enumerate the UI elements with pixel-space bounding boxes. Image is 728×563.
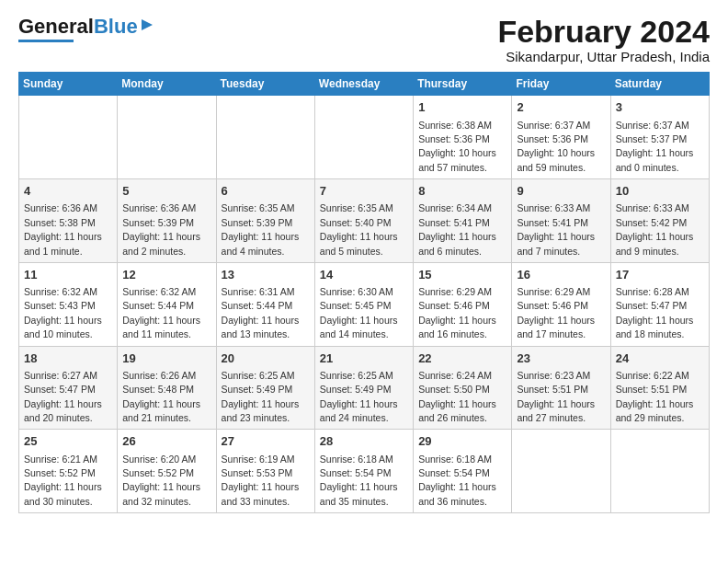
calendar-cell: 1Sunrise: 6:38 AM Sunset: 5:36 PM Daylig… bbox=[414, 96, 512, 179]
day-info: Sunrise: 6:34 AM Sunset: 5:41 PM Dayligh… bbox=[418, 202, 496, 256]
calendar-cell: 29Sunrise: 6:18 AM Sunset: 5:54 PM Dayli… bbox=[414, 430, 512, 513]
day-number: 7 bbox=[320, 183, 408, 200]
day-number: 21 bbox=[320, 350, 408, 367]
day-info: Sunrise: 6:33 AM Sunset: 5:42 PM Dayligh… bbox=[616, 202, 694, 256]
calendar-cell: 3Sunrise: 6:37 AM Sunset: 5:37 PM Daylig… bbox=[610, 96, 709, 179]
day-info: Sunrise: 6:28 AM Sunset: 5:47 PM Dayligh… bbox=[616, 286, 694, 339]
calendar-cell: 15Sunrise: 6:29 AM Sunset: 5:46 PM Dayli… bbox=[414, 262, 512, 346]
svg-marker-0 bbox=[142, 19, 153, 30]
calendar-cell: 27Sunrise: 6:19 AM Sunset: 5:53 PM Dayli… bbox=[216, 430, 314, 513]
calendar-cell: 2Sunrise: 6:37 AM Sunset: 5:36 PM Daylig… bbox=[512, 96, 610, 179]
calendar-body: 1Sunrise: 6:38 AM Sunset: 5:36 PM Daylig… bbox=[19, 96, 710, 513]
day-info: Sunrise: 6:38 AM Sunset: 5:36 PM Dayligh… bbox=[418, 120, 496, 173]
week-row-0: 1Sunrise: 6:38 AM Sunset: 5:36 PM Daylig… bbox=[19, 96, 710, 179]
calendar-cell: 21Sunrise: 6:25 AM Sunset: 5:49 PM Dayli… bbox=[314, 346, 413, 430]
day-info: Sunrise: 6:36 AM Sunset: 5:39 PM Dayligh… bbox=[122, 202, 200, 256]
day-info: Sunrise: 6:23 AM Sunset: 5:51 PM Dayligh… bbox=[517, 370, 595, 423]
day-number: 8 bbox=[418, 183, 506, 200]
logo-blue: Blue bbox=[94, 15, 138, 39]
day-number: 20 bbox=[222, 350, 310, 367]
day-number: 22 bbox=[418, 350, 506, 367]
day-info: Sunrise: 6:29 AM Sunset: 5:46 PM Dayligh… bbox=[517, 286, 595, 339]
day-number: 9 bbox=[517, 183, 605, 200]
day-number: 24 bbox=[616, 350, 704, 367]
day-info: Sunrise: 6:25 AM Sunset: 5:49 PM Dayligh… bbox=[222, 370, 300, 423]
page-subtitle: Sikandarpur, Uttar Pradesh, India bbox=[497, 49, 710, 64]
logo-arrow-icon bbox=[140, 17, 154, 36]
day-info: Sunrise: 6:30 AM Sunset: 5:45 PM Dayligh… bbox=[320, 286, 398, 339]
week-row-1: 4Sunrise: 6:36 AM Sunset: 5:38 PM Daylig… bbox=[19, 179, 710, 263]
day-number: 23 bbox=[517, 350, 605, 367]
day-info: Sunrise: 6:32 AM Sunset: 5:43 PM Dayligh… bbox=[24, 286, 102, 339]
day-info: Sunrise: 6:36 AM Sunset: 5:38 PM Dayligh… bbox=[24, 202, 102, 256]
day-info: Sunrise: 6:33 AM Sunset: 5:41 PM Dayligh… bbox=[517, 202, 595, 256]
day-info: Sunrise: 6:32 AM Sunset: 5:44 PM Dayligh… bbox=[122, 286, 200, 339]
calendar-cell bbox=[610, 430, 709, 513]
day-header-wednesday: Wednesday bbox=[314, 73, 413, 96]
calendar-table: SundayMondayTuesdayWednesdayThursdayFrid… bbox=[18, 72, 710, 513]
calendar-cell bbox=[314, 96, 413, 179]
title-block: February 2024 Sikandarpur, Uttar Pradesh… bbox=[497, 15, 710, 64]
day-info: Sunrise: 6:27 AM Sunset: 5:47 PM Dayligh… bbox=[24, 370, 102, 423]
day-info: Sunrise: 6:18 AM Sunset: 5:54 PM Dayligh… bbox=[418, 454, 496, 507]
day-number: 29 bbox=[418, 433, 506, 450]
day-info: Sunrise: 6:19 AM Sunset: 5:53 PM Dayligh… bbox=[222, 454, 300, 507]
day-header-friday: Friday bbox=[512, 73, 610, 96]
day-number: 17 bbox=[616, 267, 704, 283]
calendar-cell: 24Sunrise: 6:22 AM Sunset: 5:51 PM Dayli… bbox=[610, 346, 709, 430]
calendar-cell: 19Sunrise: 6:26 AM Sunset: 5:48 PM Dayli… bbox=[118, 346, 216, 430]
day-header-saturday: Saturday bbox=[610, 73, 709, 96]
calendar-cell: 23Sunrise: 6:23 AM Sunset: 5:51 PM Dayli… bbox=[512, 346, 610, 430]
day-number: 2 bbox=[517, 99, 605, 116]
day-number: 4 bbox=[24, 183, 112, 200]
calendar-cell: 8Sunrise: 6:34 AM Sunset: 5:41 PM Daylig… bbox=[414, 179, 512, 263]
day-info: Sunrise: 6:20 AM Sunset: 5:52 PM Dayligh… bbox=[122, 454, 200, 507]
day-info: Sunrise: 6:25 AM Sunset: 5:49 PM Dayligh… bbox=[320, 370, 398, 423]
day-header-monday: Monday bbox=[118, 73, 216, 96]
calendar-cell: 22Sunrise: 6:24 AM Sunset: 5:50 PM Dayli… bbox=[414, 346, 512, 430]
day-number: 14 bbox=[320, 267, 408, 283]
day-number: 13 bbox=[222, 267, 310, 283]
day-info: Sunrise: 6:35 AM Sunset: 5:39 PM Dayligh… bbox=[222, 202, 300, 256]
logo: General Blue bbox=[18, 15, 154, 42]
day-info: Sunrise: 6:21 AM Sunset: 5:52 PM Dayligh… bbox=[24, 454, 102, 507]
calendar-cell: 10Sunrise: 6:33 AM Sunset: 5:42 PM Dayli… bbox=[610, 179, 709, 263]
page-title: February 2024 bbox=[497, 15, 710, 49]
calendar-header: SundayMondayTuesdayWednesdayThursdayFrid… bbox=[19, 73, 710, 96]
calendar-cell: 16Sunrise: 6:29 AM Sunset: 5:46 PM Dayli… bbox=[512, 262, 610, 346]
day-info: Sunrise: 6:24 AM Sunset: 5:50 PM Dayligh… bbox=[418, 370, 496, 423]
calendar-cell bbox=[216, 96, 314, 179]
logo-general: General bbox=[18, 15, 94, 39]
day-info: Sunrise: 6:35 AM Sunset: 5:40 PM Dayligh… bbox=[320, 202, 398, 256]
calendar-cell: 17Sunrise: 6:28 AM Sunset: 5:47 PM Dayli… bbox=[610, 262, 709, 346]
day-number: 25 bbox=[24, 433, 112, 450]
day-header-thursday: Thursday bbox=[414, 73, 512, 96]
calendar-cell: 6Sunrise: 6:35 AM Sunset: 5:39 PM Daylig… bbox=[216, 179, 314, 263]
page-header: General Blue February 2024 Sikandarpur, … bbox=[18, 15, 710, 64]
calendar-cell: 26Sunrise: 6:20 AM Sunset: 5:52 PM Dayli… bbox=[118, 430, 216, 513]
calendar-cell: 13Sunrise: 6:31 AM Sunset: 5:44 PM Dayli… bbox=[216, 262, 314, 346]
calendar-cell: 9Sunrise: 6:33 AM Sunset: 5:41 PM Daylig… bbox=[512, 179, 610, 263]
week-row-2: 11Sunrise: 6:32 AM Sunset: 5:43 PM Dayli… bbox=[19, 262, 710, 346]
day-info: Sunrise: 6:18 AM Sunset: 5:54 PM Dayligh… bbox=[320, 454, 398, 507]
calendar-cell: 25Sunrise: 6:21 AM Sunset: 5:52 PM Dayli… bbox=[19, 430, 118, 513]
day-number: 27 bbox=[222, 433, 310, 450]
day-info: Sunrise: 6:37 AM Sunset: 5:36 PM Dayligh… bbox=[517, 120, 595, 173]
day-number: 26 bbox=[122, 433, 210, 450]
day-info: Sunrise: 6:22 AM Sunset: 5:51 PM Dayligh… bbox=[616, 370, 694, 423]
header-row: SundayMondayTuesdayWednesdayThursdayFrid… bbox=[19, 73, 710, 96]
calendar-cell bbox=[19, 96, 118, 179]
day-number: 19 bbox=[122, 350, 210, 367]
day-number: 18 bbox=[24, 350, 112, 367]
day-info: Sunrise: 6:37 AM Sunset: 5:37 PM Dayligh… bbox=[616, 120, 694, 173]
calendar-cell: 11Sunrise: 6:32 AM Sunset: 5:43 PM Dayli… bbox=[19, 262, 118, 346]
day-info: Sunrise: 6:29 AM Sunset: 5:46 PM Dayligh… bbox=[418, 286, 496, 339]
calendar-cell: 4Sunrise: 6:36 AM Sunset: 5:38 PM Daylig… bbox=[19, 179, 118, 263]
day-info: Sunrise: 6:26 AM Sunset: 5:48 PM Dayligh… bbox=[122, 370, 200, 423]
day-number: 12 bbox=[122, 267, 210, 283]
week-row-4: 25Sunrise: 6:21 AM Sunset: 5:52 PM Dayli… bbox=[19, 430, 710, 513]
day-header-sunday: Sunday bbox=[19, 73, 118, 96]
calendar-cell: 14Sunrise: 6:30 AM Sunset: 5:45 PM Dayli… bbox=[314, 262, 413, 346]
calendar-cell bbox=[118, 96, 216, 179]
calendar-cell: 7Sunrise: 6:35 AM Sunset: 5:40 PM Daylig… bbox=[314, 179, 413, 263]
